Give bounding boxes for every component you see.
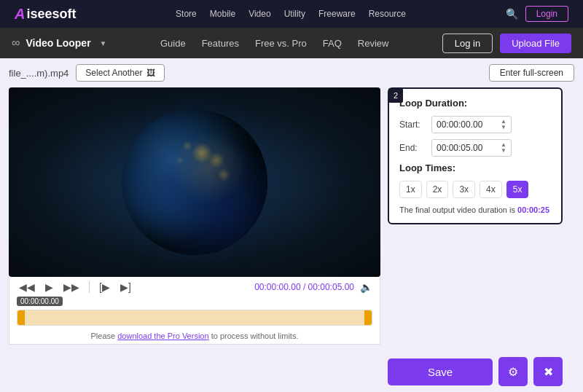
video-player[interactable] bbox=[9, 87, 380, 277]
skip-back-button[interactable]: ◀◀ bbox=[17, 281, 37, 294]
timeline-handle-right[interactable] bbox=[364, 310, 372, 325]
sub-navigation: ∞ Video Looper ▼ Guide Features Free vs.… bbox=[0, 28, 583, 58]
right-panel: 2 Loop Duration: Start: 00:00:00.00 ▲▼ E… bbox=[388, 87, 563, 386]
duration-title: Loop Duration: bbox=[399, 98, 551, 109]
mark-in-button[interactable]: [▶ bbox=[97, 281, 112, 294]
loop-times-buttons: 1x 2x 3x 4x 5x bbox=[399, 181, 551, 198]
nav-resource[interactable]: Resource bbox=[369, 9, 406, 19]
volume-icon[interactable]: 🔈 bbox=[360, 281, 372, 293]
save-button[interactable]: Save bbox=[388, 358, 493, 385]
nav-freeware[interactable]: Freeware bbox=[318, 9, 356, 19]
top-nav-links: Store Mobile Video Utility Freeware Reso… bbox=[176, 9, 406, 19]
divider bbox=[89, 281, 90, 293]
sub-nav-right: Log in Upload File bbox=[442, 34, 571, 53]
subnav-login-button[interactable]: Log in bbox=[442, 34, 493, 53]
spin-arrows-end[interactable]: ▲▼ bbox=[501, 142, 506, 154]
mark-out-button[interactable]: ▶] bbox=[118, 281, 133, 294]
upload-file-button[interactable]: Upload File bbox=[500, 34, 571, 53]
loop-times-title: Loop Times: bbox=[399, 162, 551, 173]
subnav-features[interactable]: Features bbox=[202, 38, 239, 49]
subnav-free-vs-pro[interactable]: Free vs. Pro bbox=[255, 38, 307, 49]
start-label: Start: bbox=[399, 119, 426, 130]
content-row: ◀◀ ▶ ▶▶ [▶ ▶] 00:00:00.00 / 00:00:05.00 … bbox=[9, 87, 574, 386]
file-name: file_....m).mp4 bbox=[9, 68, 69, 79]
settings-button[interactable]: ⚙ bbox=[498, 357, 528, 386]
sub-nav-left: ∞ Video Looper ▼ bbox=[12, 36, 107, 50]
top-nav-right: 🔍 Login bbox=[506, 6, 568, 22]
step-number: 2 bbox=[388, 88, 403, 103]
skip-forward-button[interactable]: ▶▶ bbox=[61, 281, 82, 294]
spin-arrows-start[interactable]: ▲▼ bbox=[501, 119, 506, 130]
play-button[interactable]: ▶ bbox=[43, 281, 55, 294]
fullscreen-button[interactable]: Enter full-screen bbox=[489, 64, 574, 82]
chevron-down-icon[interactable]: ▼ bbox=[100, 39, 107, 47]
nav-video[interactable]: Video bbox=[249, 9, 270, 19]
output-duration: 00:00:25 bbox=[517, 205, 549, 214]
end-field-row: End: 00:00:05.00 ▲▼ bbox=[399, 139, 551, 157]
subnav-guide[interactable]: Guide bbox=[160, 38, 186, 49]
loop-times-section: Loop Times: 1x 2x 3x 4x 5x bbox=[399, 162, 551, 198]
loop-3x-button[interactable]: 3x bbox=[453, 181, 475, 198]
loop-icon: ∞ bbox=[12, 36, 20, 50]
time-display: 00:00:00.00 / 00:00:05.00 bbox=[254, 282, 354, 292]
end-time-input[interactable]: 00:00:05.00 ▲▼ bbox=[431, 139, 512, 157]
gear-icon: ⚙ bbox=[508, 365, 518, 379]
video-area: ◀◀ ▶ ▶▶ [▶ ▶] 00:00:00.00 / 00:00:05.00 … bbox=[9, 87, 380, 386]
save-row: Save ⚙ ✖ bbox=[388, 357, 563, 386]
earth-visual bbox=[122, 109, 267, 255]
monitor-icon: 🖼 bbox=[146, 68, 155, 78]
top-login-button[interactable]: Login bbox=[525, 6, 568, 22]
search-icon[interactable]: 🔍 bbox=[506, 8, 518, 20]
subnav-faq[interactable]: FAQ bbox=[323, 38, 342, 49]
pro-notice: Please download the Pro Version to proce… bbox=[17, 332, 372, 340]
end-label: End: bbox=[399, 143, 426, 153]
info-button[interactable]: ✖ bbox=[533, 357, 563, 386]
loop-1x-button[interactable]: 1x bbox=[399, 181, 422, 198]
toolbar-row: file_....m).mp4 Select Another 🖼 Enter f… bbox=[9, 64, 574, 82]
nav-mobile[interactable]: Mobile bbox=[210, 9, 235, 19]
nav-utility[interactable]: Utility bbox=[284, 9, 305, 19]
main-content: file_....m).mp4 Select Another 🖼 Enter f… bbox=[0, 58, 583, 392]
timeline: 00:00:00.00 bbox=[17, 297, 372, 326]
start-field-row: Start: 00:00:00.00 ▲▼ bbox=[399, 116, 551, 133]
pro-version-link[interactable]: download the Pro Version bbox=[117, 332, 208, 340]
top-navigation: A iseesoft Store Mobile Video Utility Fr… bbox=[0, 0, 583, 28]
timeline-handle-left[interactable] bbox=[17, 310, 25, 325]
subnav-review[interactable]: Review bbox=[358, 38, 389, 49]
loop-settings-box: 2 Loop Duration: Start: 00:00:00.00 ▲▼ E… bbox=[388, 87, 563, 224]
select-another-button[interactable]: Select Another 🖼 bbox=[76, 64, 165, 82]
timeline-bar[interactable] bbox=[17, 310, 372, 326]
loop-2x-button[interactable]: 2x bbox=[426, 181, 449, 198]
app-title: Video Looper bbox=[26, 37, 90, 49]
logo: A iseesoft bbox=[15, 6, 76, 23]
timeline-time-badge: 00:00:00.00 bbox=[17, 297, 63, 306]
sub-nav-links: Guide Features Free vs. Pro FAQ Review bbox=[160, 38, 388, 49]
loop-5x-button[interactable]: 5x bbox=[506, 181, 529, 198]
output-notice: The final output video duration is 00:00… bbox=[399, 205, 551, 214]
loop-4x-button[interactable]: 4x bbox=[480, 181, 502, 198]
info-icon: ✖ bbox=[544, 365, 553, 379]
nav-store[interactable]: Store bbox=[176, 9, 197, 19]
start-time-input[interactable]: 00:00:00.00 ▲▼ bbox=[431, 116, 512, 133]
video-controls: ◀◀ ▶ ▶▶ [▶ ▶] 00:00:00.00 / 00:00:05.00 … bbox=[9, 277, 380, 345]
